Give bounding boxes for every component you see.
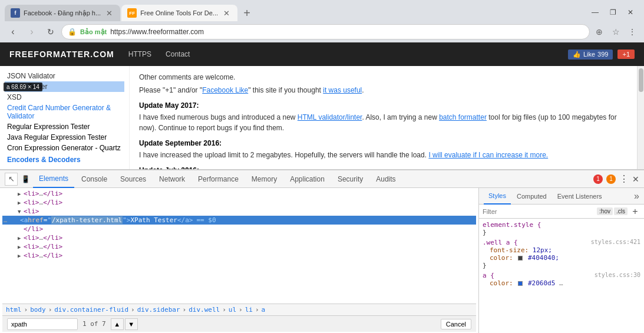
error-badge: 1 — [593, 174, 603, 184]
breadcrumb-container[interactable]: div.container-fluid — [54, 306, 128, 314]
sidebar-section-encoders: Encoders & Decoders — [5, 153, 124, 165]
style-prop-color-well-a: color: #404040; — [490, 254, 640, 262]
gplus-button[interactable]: +1 — [617, 50, 635, 59]
styles-tab-event-listeners[interactable]: Event Listeners — [553, 188, 607, 205]
tab-close-facebook[interactable]: ✕ — [104, 8, 114, 18]
dom-line-6[interactable]: ▶ <li> … </li> — [2, 242, 476, 251]
devtools-tab-sources[interactable]: Sources — [114, 170, 152, 188]
update-sep-text: I have increased the upload limit to 2 m… — [139, 150, 628, 160]
breadcrumb-html[interactable]: html — [6, 306, 22, 314]
forward-button[interactable]: › — [24, 24, 40, 40]
style-close-element: } — [483, 229, 487, 236]
warn-badge: 1 — [606, 174, 616, 184]
breadcrumb-well[interactable]: div.well — [189, 306, 220, 314]
back-button[interactable]: ‹ — [5, 24, 21, 40]
tab-title-freeformatter: Free Online Tools For De... — [140, 9, 218, 17]
style-selector-well-a: .well a { — [483, 239, 518, 246]
styles-filter-input[interactable] — [483, 208, 597, 215]
style-rule-a: a { styles.css:30 color: #2060d5 … — [483, 272, 640, 287]
page-scrollbar[interactable] — [637, 66, 644, 169]
breadcrumb-sidebar[interactable]: div.sidebar — [137, 306, 180, 314]
minimize-button[interactable]: — — [586, 6, 604, 19]
devtools-tab-audits[interactable]: Audits — [370, 170, 401, 188]
sidebar-item-cron[interactable]: Cron Expression Generator - Quartz — [5, 143, 124, 153]
gplus-label: +1 — [622, 51, 630, 58]
site-brand: FREEFORMATTER.COM — [9, 50, 114, 59]
dom-line-1[interactable]: ▶ <li> … </li> — [2, 189, 476, 198]
nav-contact[interactable]: Contact — [166, 50, 190, 58]
devtools-panel: ↖ 📱 Elements Console Sources Network Per… — [0, 169, 644, 333]
content-p1: Other comments are welcome. — [139, 72, 628, 83]
devtools-tab-performance[interactable]: Performance — [192, 170, 245, 188]
new-tab-button[interactable]: + — [239, 5, 255, 21]
search-cancel-button[interactable]: Cancel — [441, 319, 471, 329]
cls-filter-btn[interactable]: .cls — [614, 207, 628, 215]
restore-button[interactable]: ❐ — [604, 6, 622, 19]
devtools-tab-application[interactable]: Application — [284, 170, 331, 188]
devtools-more-btn[interactable]: ⋮ — [619, 173, 629, 184]
dom-line-5[interactable]: ▶ <li> … </li> — [2, 233, 476, 242]
search-result: 1 of 7 — [82, 320, 106, 328]
breadcrumb-a[interactable]: a — [262, 306, 266, 314]
like-count: 399 — [597, 51, 608, 58]
breadcrumb-li[interactable]: li — [245, 306, 253, 314]
sidebar-item-xsd[interactable]: XSD — [5, 92, 124, 103]
style-source-a[interactable]: styles.css:30 — [595, 272, 640, 279]
devtools-close-btn[interactable]: ✕ — [632, 174, 639, 184]
dom-breadcrumb: html › body › div.container-fluid › div.… — [2, 304, 476, 315]
address-bar-field[interactable]: 🔒 Bảo mật https://www.freeformatter.com — [61, 24, 590, 39]
devtools-select-mode-icon[interactable]: ↖ — [5, 173, 18, 186]
dom-line-4[interactable]: </li> — [2, 225, 476, 233]
close-window-button[interactable]: ✕ — [622, 6, 639, 19]
devtools-tab-elements[interactable]: Elements — [33, 170, 74, 188]
update-may-text: I have fixed numerous bugs and introduce… — [139, 112, 628, 133]
styles-more-btn[interactable]: » — [634, 191, 639, 202]
chrome-menu-icon[interactable]: ⋮ — [625, 25, 639, 39]
tab-facebook[interactable]: f Facebook - Đăng nhập h... ✕ — [5, 5, 120, 21]
styles-tab-styles[interactable]: Styles — [484, 188, 511, 205]
update-may-heading: Update May 2017: — [139, 100, 628, 111]
sidebar-item-regex[interactable]: Regular Expression Tester — [5, 121, 124, 132]
dom-line-selected[interactable]: … < a href = " /xpath-tester.html " > XP… — [2, 216, 476, 225]
secure-lock-icon: 🔒 — [68, 28, 77, 36]
update-jul-heading: Update July 2016: — [139, 165, 628, 169]
sidebar-item-creditcard[interactable]: Credit Card Number Generator & Validator — [5, 103, 124, 121]
main-content: Other comments are welcome. Please "+1" … — [130, 66, 637, 169]
search-next-button[interactable]: ▼ — [125, 318, 138, 330]
like-label: Like — [583, 51, 595, 58]
devtools-tab-network[interactable]: Network — [153, 170, 191, 188]
styles-tab-computed[interactable]: Computed — [512, 188, 551, 205]
devtools-tab-memory[interactable]: Memory — [246, 170, 283, 188]
tab-favicon-facebook: f — [11, 8, 20, 18]
styles-content: element.style { } .well a { styles.css:4… — [479, 219, 644, 333]
search-nav: ▲ ▼ — [111, 318, 138, 330]
breadcrumb-body[interactable]: body — [30, 306, 46, 314]
like-button[interactable]: 👍 Like 399 — [568, 50, 613, 60]
devtools-tab-security[interactable]: Security — [332, 170, 369, 188]
tab-close-freeformatter[interactable]: ✕ — [222, 8, 232, 18]
tab-freeformatter[interactable]: FF Free Online Tools For De... ✕ — [121, 5, 237, 21]
style-prop-color-a: color: #2060d5 … — [490, 279, 640, 287]
dom-line-7[interactable]: ▶ <li> … </li> — [2, 251, 476, 260]
dom-line-3[interactable]: ▼ <li> — [2, 207, 476, 216]
search-prev-button[interactable]: ▲ — [111, 318, 124, 330]
nav-https[interactable]: HTTPS — [128, 50, 151, 58]
tab-title-facebook: Facebook - Đăng nhập h... — [24, 9, 101, 17]
sidebar-item-json[interactable]: JSON Validator — [5, 71, 124, 81]
translate-icon[interactable]: ⊕ — [592, 25, 606, 39]
hov-filter-btn[interactable]: :hov — [597, 207, 613, 215]
search-input[interactable] — [7, 318, 78, 330]
style-source-well-a[interactable]: styles.css:421 — [591, 239, 640, 246]
bookmark-icon[interactable]: ☆ — [609, 25, 623, 39]
devtools-device-mode-icon[interactable]: 📱 — [19, 173, 32, 186]
add-style-btn[interactable]: + — [630, 206, 640, 217]
devtools-tab-console[interactable]: Console — [75, 170, 113, 188]
content-p2: Please "+1" and/or "Facebook Like" this … — [139, 85, 628, 95]
breadcrumb-ul[interactable]: ul — [229, 306, 236, 314]
sidebar-item-java-regex[interactable]: Java Regular Expression Tester — [5, 132, 124, 143]
style-selector-element: element.style { — [483, 221, 541, 229]
style-close-well-a: } — [483, 262, 487, 269]
reload-button[interactable]: ↻ — [42, 24, 59, 40]
update-sep-heading: Update September 2016: — [139, 138, 628, 149]
dom-line-2[interactable]: ▶ <li> … </li> — [2, 198, 476, 207]
